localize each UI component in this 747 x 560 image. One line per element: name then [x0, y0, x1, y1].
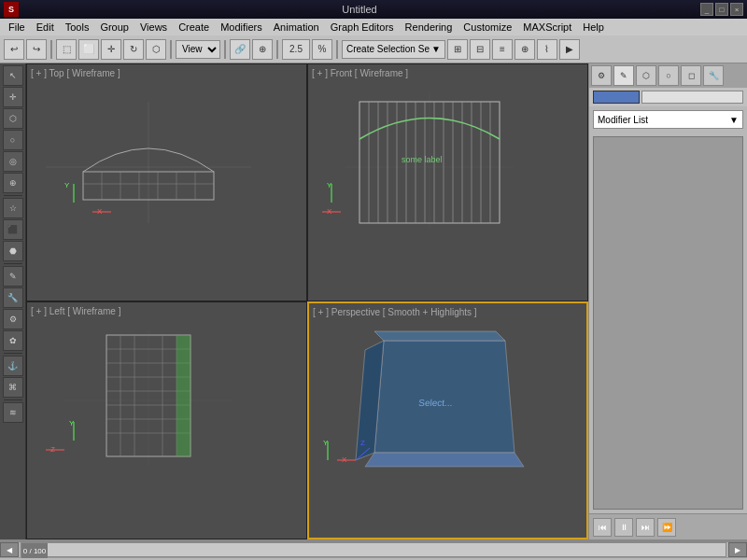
modifier-list-dropdown[interactable]: Modifier List ▼ [593, 110, 743, 129]
sidebar-separator-2 [4, 263, 22, 264]
panel-pause-btn[interactable]: ⏸ [614, 518, 633, 537]
hierarchy-button[interactable]: ⊕ [252, 39, 273, 60]
menubar: File Edit Tools Group Views Create Modif… [0, 19, 747, 35]
object-color-swatch[interactable] [593, 91, 640, 104]
sidebar-tool-5[interactable]: ☆ [3, 198, 23, 218]
redo-button[interactable]: ↪ [26, 39, 47, 60]
panel-tab-hierarchy[interactable]: ⬡ [636, 65, 656, 86]
menu-group[interactable]: Group [95, 21, 134, 34]
menu-help[interactable]: Help [578, 21, 609, 34]
menu-views[interactable]: Views [135, 21, 172, 34]
viewport-left[interactable]: [ + ] Left [ Wireframe ] [26, 301, 307, 539]
sidebar-tool-3[interactable]: ◎ [3, 151, 23, 172]
panel-tab-modify[interactable]: ✎ [613, 65, 634, 86]
toolbar-separator-1 [50, 40, 52, 59]
menu-graph-editors[interactable]: Graph Editors [326, 21, 399, 34]
svg-rect-50 [176, 335, 190, 456]
curve-editor-button[interactable]: ⌇ [537, 39, 557, 60]
panel-next-frame-btn[interactable]: ⏭ [636, 518, 655, 537]
layer-button[interactable]: ⊕ [514, 39, 535, 60]
sidebar-tool-11[interactable]: ✿ [3, 330, 23, 351]
window-controls[interactable]: _ □ × [700, 3, 743, 16]
link-button[interactable]: 🔗 [230, 39, 250, 60]
sidebar-tool-10[interactable]: ⚙ [3, 309, 23, 329]
mirror-button[interactable]: ⊟ [470, 39, 490, 60]
zoom-value[interactable]: 2.5 [282, 39, 310, 60]
left-view-svg: Z Y [27, 321, 270, 470]
viewport-front[interactable]: [ + ] Front [ Wireframe ] [307, 63, 588, 301]
menu-create[interactable]: Create [174, 21, 214, 34]
viewports: [ + ] Top [ Wireframe ] [26, 63, 588, 539]
menu-maxscript[interactable]: MAXScript [518, 21, 576, 34]
maximize-button[interactable]: □ [715, 3, 728, 16]
sidebar-tool-6[interactable]: ⬛ [3, 219, 23, 240]
panel-tabs: ⚙ ✎ ⬡ ○ ◻ 🔧 [589, 63, 747, 88]
sidebar-separator-1 [4, 195, 22, 196]
svg-text:some label: some label [402, 155, 443, 164]
sidebar-tool-4[interactable]: ⊕ [3, 173, 23, 193]
object-name-field[interactable] [641, 91, 743, 104]
render-button[interactable]: ▶ [559, 39, 580, 60]
view-select[interactable]: View [176, 40, 220, 59]
main-area: ↖ ✛ ⬡ ○ ◎ ⊕ ☆ ⬛ ⬣ ✎ 🔧 ⚙ ✿ ⚓ ⌘ ≋ [ + ] To… [0, 63, 747, 539]
left-sidebar: ↖ ✛ ⬡ ○ ◎ ⊕ ☆ ⬛ ⬣ ✎ 🔧 ⚙ ✿ ⚓ ⌘ ≋ [0, 63, 26, 539]
modifier-list-label: Modifier List [598, 115, 648, 125]
menu-edit[interactable]: Edit [32, 21, 59, 34]
perspective-view-svg: Select... X Y Z [309, 322, 552, 471]
panel-tab-utilities[interactable]: 🔧 [703, 65, 724, 86]
timeline-handle[interactable]: 0 / 100 [21, 543, 48, 558]
selection-set-button[interactable]: Create Selection Se ▼ [342, 40, 445, 59]
minimize-button[interactable]: _ [700, 3, 713, 16]
sidebar-tool-9[interactable]: 🔧 [3, 287, 23, 308]
app-logo: S [4, 2, 19, 17]
timeline-left-arrow[interactable]: ◀ [0, 542, 19, 557]
sidebar-tool-12[interactable]: ⚓ [3, 356, 23, 376]
timeline-area: ◀ 0 / 100 ▶ [0, 541, 747, 557]
titlebar-left: S [4, 2, 19, 17]
viewport-top[interactable]: [ + ] Top [ Wireframe ] [26, 63, 307, 301]
titlebar: S Untitled _ □ × [0, 0, 747, 19]
named-selection-button[interactable]: ⊞ [447, 39, 468, 60]
menu-file[interactable]: File [4, 21, 30, 34]
timeline-slider[interactable]: 0 / 100 [21, 542, 726, 557]
menu-modifiers[interactable]: Modifiers [216, 21, 267, 34]
menu-animation[interactable]: Animation [269, 21, 324, 34]
main-toolbar: ↩ ↪ ⬚ ⬜ ✛ ↻ ⬡ View 🔗 ⊕ 2.5 % Create Sele… [0, 35, 747, 63]
panel-tab-motion[interactable]: ○ [658, 65, 679, 86]
sidebar-select-btn[interactable]: ↖ [3, 65, 23, 86]
svg-text:Y: Y [64, 181, 70, 189]
panel-tab-create[interactable]: ⚙ [591, 65, 612, 86]
select-region-button[interactable]: ⬜ [78, 39, 99, 60]
menu-rendering[interactable]: Rendering [401, 21, 458, 34]
move-button[interactable]: ✛ [101, 39, 121, 60]
toolbar-separator-5 [336, 40, 338, 59]
rotate-button[interactable]: ↻ [123, 39, 144, 60]
selection-set-label: Create Selection Se [346, 44, 430, 54]
sidebar-tool-13[interactable]: ⌘ [3, 377, 23, 398]
menu-customize[interactable]: Customize [458, 21, 516, 34]
panel-tab-display[interactable]: ◻ [681, 65, 701, 86]
scale-button[interactable]: ⬡ [146, 39, 166, 60]
undo-button[interactable]: ↩ [4, 39, 24, 60]
timeline-right-arrow[interactable]: ▶ [728, 542, 747, 557]
panel-play-btn[interactable]: ⏩ [657, 518, 676, 537]
close-button[interactable]: × [730, 3, 743, 16]
sidebar-separator-3 [4, 353, 22, 354]
sidebar-tool-1[interactable]: ⬡ [3, 108, 23, 129]
menu-tools[interactable]: Tools [61, 21, 94, 34]
toolbar-separator-4 [276, 40, 278, 59]
viewport-perspective[interactable]: [ + ] Perspective [ Smooth + Highlights … [307, 301, 588, 539]
percent-symbol: % [312, 39, 332, 60]
sidebar-tool-8[interactable]: ✎ [3, 266, 23, 287]
sidebar-tool-7[interactable]: ⬣ [3, 241, 23, 261]
sidebar-transform-btn[interactable]: ✛ [3, 87, 23, 107]
select-object-button[interactable]: ⬚ [56, 39, 77, 60]
sidebar-tool-2[interactable]: ○ [3, 130, 23, 150]
viewport-front-content: some label X Y [308, 83, 587, 301]
viewport-perspective-label: [ + ] Perspective [ Smooth + Highlights … [313, 307, 477, 317]
svg-text:Z: Z [360, 439, 365, 447]
align-button[interactable]: ≡ [492, 39, 513, 60]
sidebar-tool-14[interactable]: ≋ [3, 402, 23, 423]
viewport-left-content: Z Y [27, 321, 306, 539]
panel-prev-frame-btn[interactable]: ⏮ [593, 518, 612, 537]
